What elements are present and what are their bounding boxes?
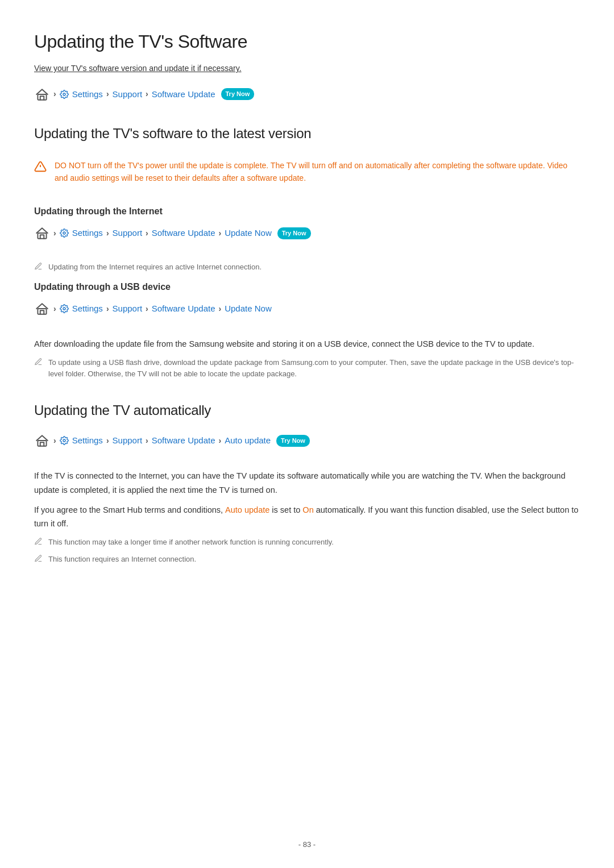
breadcrumb-sep-3: ›: [146, 88, 148, 100]
bc-sep-i2: ›: [106, 227, 109, 239]
bc-sep-i1: ›: [53, 227, 56, 239]
usb-body-text: After downloading the update file from t…: [34, 337, 580, 351]
bc-sep-a4: ›: [219, 434, 222, 447]
bc-support-auto: Support: [113, 434, 143, 447]
auto-body-2: If you agree to the Smart Hub terms and …: [34, 503, 580, 531]
svg-point-1: [63, 93, 65, 95]
auto-body-2-prefix: If you agree to the Smart Hub terms and …: [34, 505, 223, 514]
bc-settings-usb: Settings: [72, 302, 103, 315]
auto-on-text: On: [302, 505, 313, 514]
usb-section-title: Updating through a USB device: [34, 280, 580, 294]
auto-note-2-text: This function requires an Internet conne…: [48, 554, 196, 565]
svg-rect-6: [38, 309, 46, 314]
bc-settings-auto: Settings: [72, 434, 103, 447]
breadcrumb-settings-1: Settings: [72, 88, 103, 101]
home-icon: [34, 86, 50, 102]
bc-sep-i4: ›: [219, 227, 222, 239]
warning-text: DO NOT turn off the TV's power until the…: [55, 159, 580, 185]
section-latest-version-title: Updating the TV's software to the latest…: [34, 123, 580, 144]
internet-note-text: Updating from the Internet requires an a…: [48, 261, 262, 273]
bc-sep-u2: ›: [106, 302, 109, 315]
breadcrumb-software-update-1: Software Update: [152, 88, 215, 101]
internet-section: Updating through the Internet › Settings…: [34, 204, 580, 274]
page-number: - 83 -: [0, 839, 614, 851]
page-title: Updating the TV's Software: [34, 27, 580, 56]
warning-box: DO NOT turn off the TV's power until the…: [34, 156, 580, 188]
breadcrumb-row-auto: › Settings › Support › Software Update ›…: [34, 433, 580, 448]
settings-icon-1: [60, 90, 69, 99]
try-now-badge-internet[interactable]: Try Now: [277, 227, 311, 240]
breadcrumb-row-1: › Settings › Support › Software Update T…: [34, 86, 580, 102]
breadcrumb-sep-1: ›: [53, 88, 56, 100]
auto-note-1-text: This function may take a longer time if …: [48, 537, 334, 548]
auto-section-title: Updating the TV automatically: [34, 400, 580, 421]
auto-body-1: If the TV is connected to the Internet, …: [34, 469, 580, 497]
internet-note: Updating from the Internet requires an a…: [34, 261, 580, 274]
bc-support-internet: Support: [113, 226, 143, 240]
auto-section: Updating the TV automatically: [34, 400, 580, 421]
bc-software-update-internet: Software Update: [152, 226, 215, 240]
auto-body-is-set: is set to: [272, 505, 300, 514]
svg-point-5: [63, 232, 65, 234]
breadcrumb-row-internet: › Settings › Support › Software Update ›…: [34, 225, 580, 241]
bc-software-update-auto: Software Update: [152, 434, 215, 447]
svg-rect-8: [38, 441, 46, 446]
auto-update-inline: Auto update: [225, 505, 269, 514]
pencil-icon-internet: [34, 262, 43, 274]
bc-sep-u1: ›: [53, 302, 56, 315]
bc-sep-i3: ›: [146, 227, 148, 239]
breadcrumb-row-usb: › Settings › Support › Software Update ›…: [34, 301, 580, 317]
usb-note: To update using a USB flash drive, downl…: [34, 357, 580, 379]
usb-note-text: To update using a USB flash drive, downl…: [48, 357, 580, 379]
svg-rect-4: [38, 233, 46, 239]
bc-settings-internet: Settings: [72, 226, 103, 240]
bc-sep-a3: ›: [146, 434, 148, 447]
usb-section: Updating through a USB device › Settings…: [34, 280, 580, 379]
bc-sep-u4: ›: [219, 302, 222, 315]
page-subtitle: View your TV's software version and upda…: [34, 62, 580, 74]
auto-note-2: This function requires an Internet conne…: [34, 554, 580, 566]
svg-point-9: [63, 439, 65, 442]
svg-rect-0: [38, 94, 46, 100]
settings-icon-auto: [60, 436, 69, 445]
bc-support-usb: Support: [113, 302, 143, 315]
bc-update-now-usb: Update Now: [225, 302, 272, 315]
settings-icon-usb: [60, 304, 69, 313]
try-now-badge-1[interactable]: Try Now: [221, 88, 255, 101]
bc-sep-a2: ›: [106, 434, 109, 447]
try-now-badge-auto[interactable]: Try Now: [276, 435, 310, 447]
section-latest-version: Updating the TV's software to the latest…: [34, 123, 580, 144]
breadcrumb-sep-2: ›: [106, 88, 109, 100]
warning-triangle-icon: [34, 160, 47, 177]
pencil-icon-usb: [34, 358, 43, 369]
internet-section-title: Updating through the Internet: [34, 204, 580, 219]
bc-update-now-internet: Update Now: [225, 226, 272, 240]
pencil-icon-auto-2: [34, 554, 43, 566]
svg-point-7: [63, 308, 65, 310]
home-icon-auto: [34, 433, 50, 448]
bc-sep-u3: ›: [146, 302, 148, 315]
bc-auto-update: Auto update: [225, 434, 271, 447]
settings-icon-internet: [60, 229, 69, 238]
bc-sep-a1: ›: [53, 434, 56, 447]
home-icon-usb: [34, 301, 50, 317]
bc-software-update-usb: Software Update: [152, 302, 215, 315]
auto-note-1: This function may take a longer time if …: [34, 537, 580, 549]
breadcrumb-support-1: Support: [113, 88, 143, 101]
pencil-icon-auto-1: [34, 537, 43, 549]
home-icon-internet: [34, 225, 50, 241]
